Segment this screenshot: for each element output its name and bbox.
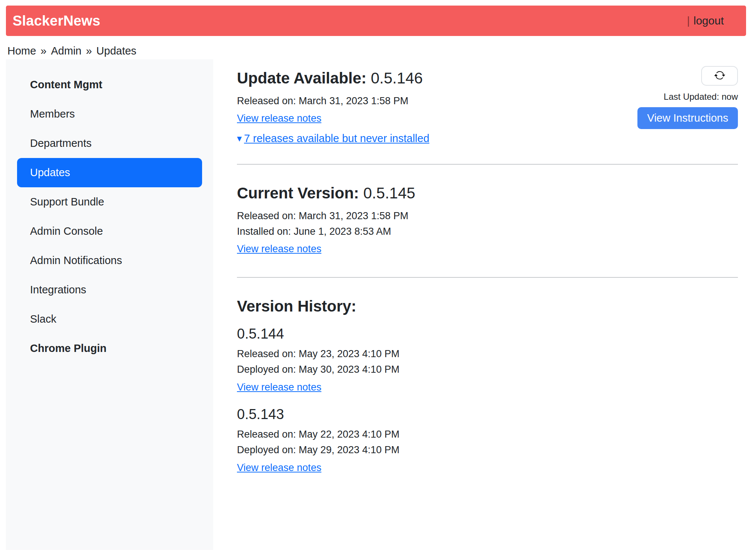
- version-released-on: Released on: May 22, 2023 4:10 PM: [237, 428, 738, 441]
- current-version-section: Current Version: 0.5.145 Released on: Ma…: [237, 184, 738, 258]
- sidebar-item-slack[interactable]: Slack: [17, 304, 202, 334]
- current-release-notes-link[interactable]: View release notes: [237, 243, 321, 255]
- logout-separator: |: [687, 14, 690, 27]
- section-divider: [237, 164, 738, 165]
- update-released-on: Released on: March 31, 2023 1:58 PM: [237, 94, 429, 108]
- sidebar-item-updates[interactable]: Updates: [17, 158, 202, 187]
- sidebar-item-admin-console[interactable]: Admin Console: [17, 217, 202, 246]
- releases-toggle-row: ▾ 7 releases available but never install…: [237, 132, 429, 145]
- version-number: 0.5.143: [237, 406, 738, 422]
- update-tools: Last Updated: now View Instructions: [630, 59, 738, 129]
- refresh-button[interactable]: [701, 66, 738, 86]
- update-release-notes-link[interactable]: View release notes: [237, 113, 321, 124]
- version-number: 0.5.144: [237, 326, 738, 342]
- current-installed-on: Installed on: June 1, 2023 8:53 AM: [237, 225, 738, 238]
- update-available-label: Update Available:: [237, 69, 366, 87]
- version-entry: 0.5.143 Released on: May 22, 2023 4:10 P…: [237, 406, 738, 477]
- breadcrumb-separator: »: [86, 45, 92, 57]
- version-history-heading: Version History:: [237, 297, 738, 316]
- releases-toggle-link[interactable]: 7 releases available but never installed: [244, 132, 429, 145]
- sidebar-item-chrome-plugin[interactable]: Chrome Plugin: [17, 334, 202, 363]
- logout-area: | logout: [687, 14, 724, 27]
- section-divider: [237, 277, 738, 278]
- version-deployed-on: Deployed on: May 29, 2023 4:10 PM: [237, 443, 738, 457]
- sidebar-item-members[interactable]: Members: [17, 99, 202, 129]
- update-available-version: 0.5.146: [371, 69, 423, 87]
- content-layout: Content Mgmt Members Departments Updates…: [6, 59, 746, 550]
- logout-link[interactable]: logout: [693, 14, 724, 27]
- version-released-on: Released on: May 23, 2023 4:10 PM: [237, 347, 738, 360]
- sidebar-item-support-bundle[interactable]: Support Bundle: [17, 187, 202, 217]
- view-instructions-button[interactable]: View Instructions: [637, 107, 738, 129]
- app-header: SlackerNews | logout: [6, 6, 746, 36]
- current-released-on: Released on: March 31, 2023 1:58 PM: [237, 209, 738, 223]
- update-available-info: Update Available: 0.5.146 Released on: M…: [237, 59, 429, 145]
- admin-sidebar: Content Mgmt Members Departments Updates…: [6, 59, 213, 550]
- breadcrumb-home[interactable]: Home: [7, 45, 36, 57]
- breadcrumb: Home » Admin » Updates: [7, 45, 746, 57]
- version-release-notes-link[interactable]: View release notes: [237, 462, 321, 474]
- version-entry: 0.5.144 Released on: May 23, 2023 4:10 P…: [237, 326, 738, 396]
- current-version-number: 0.5.145: [363, 184, 415, 202]
- breadcrumb-current: Updates: [96, 45, 136, 57]
- version-history-section: Version History: 0.5.144 Released on: Ma…: [237, 297, 738, 476]
- sidebar-item-content-mgmt[interactable]: Content Mgmt: [17, 70, 202, 99]
- sidebar-item-admin-notifications[interactable]: Admin Notifications: [17, 246, 202, 275]
- update-available-section: Update Available: 0.5.146 Released on: M…: [237, 59, 738, 145]
- current-version-label: Current Version:: [237, 184, 359, 202]
- sidebar-item-departments[interactable]: Departments: [17, 129, 202, 158]
- version-deployed-on: Deployed on: May 30, 2023 4:10 PM: [237, 363, 738, 376]
- sidebar-item-integrations[interactable]: Integrations: [17, 275, 202, 304]
- breadcrumb-admin[interactable]: Admin: [51, 45, 82, 57]
- app-title: SlackerNews: [13, 13, 100, 29]
- version-release-notes-link[interactable]: View release notes: [237, 382, 321, 393]
- last-updated-text: Last Updated: now: [664, 92, 738, 102]
- caret-down-icon: ▾: [237, 134, 242, 143]
- updates-page: Update Available: 0.5.146 Released on: M…: [237, 59, 746, 491]
- breadcrumb-separator: »: [40, 45, 46, 57]
- update-available-heading: Update Available: 0.5.146: [237, 69, 429, 88]
- current-version-heading: Current Version: 0.5.145: [237, 184, 738, 202]
- refresh-icon: [714, 70, 725, 82]
